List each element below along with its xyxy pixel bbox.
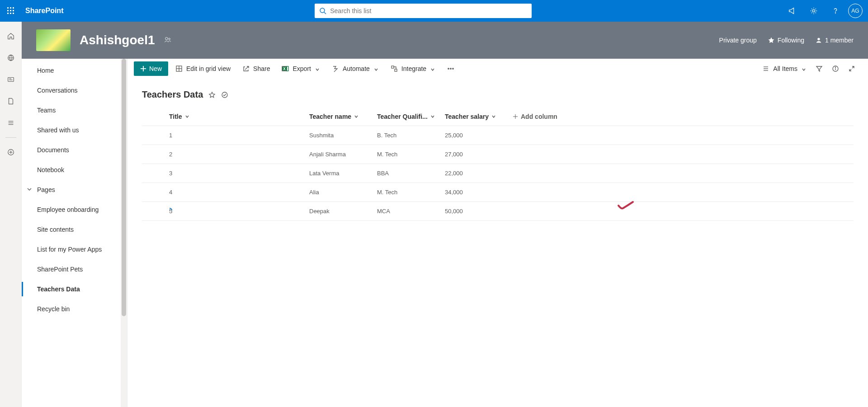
sidebar-scrollbar-track[interactable] bbox=[121, 59, 127, 407]
list-icon bbox=[7, 119, 15, 127]
search-box[interactable] bbox=[315, 4, 532, 18]
table-row[interactable]: 4AliaM. Tech34,000 bbox=[142, 183, 854, 202]
nav-item-recycle-bin[interactable]: Recycle bin bbox=[22, 299, 127, 319]
column-header-teacher-name[interactable]: Teacher name bbox=[309, 113, 377, 120]
avatar[interactable]: AG bbox=[848, 4, 863, 18]
svg-rect-32 bbox=[287, 66, 288, 71]
list-title: Teachers Data bbox=[142, 89, 203, 100]
nav-item-site-contents[interactable]: Site contents bbox=[22, 220, 127, 239]
expand-button[interactable] bbox=[844, 61, 859, 76]
chevron-down-icon bbox=[430, 114, 435, 119]
column-header-title[interactable]: Title bbox=[169, 113, 309, 120]
edit-grid-button[interactable]: Edit in grid view bbox=[171, 61, 235, 76]
app-bar bbox=[0, 22, 22, 407]
integrate-icon bbox=[391, 65, 398, 72]
teams-link[interactable] bbox=[164, 36, 172, 45]
app-bar-global[interactable] bbox=[2, 49, 20, 67]
cell-teacher-salary: 34,000 bbox=[445, 189, 513, 196]
column-header-teacher-qual[interactable]: Teacher Qualifi... bbox=[377, 113, 445, 120]
table-row[interactable]: 2Anjali SharmaM. Tech27,000 bbox=[142, 145, 854, 164]
nav-item-list-for-my-power-apps[interactable]: List for my Power Apps bbox=[22, 239, 127, 259]
home-icon bbox=[7, 32, 15, 40]
svg-point-9 bbox=[320, 8, 325, 13]
nav-item-label: Documents bbox=[37, 146, 69, 154]
cell-title: 2 bbox=[169, 151, 309, 158]
nav-item-documents[interactable]: Documents bbox=[22, 140, 127, 160]
list-title-row: Teachers Data bbox=[127, 79, 868, 107]
add-column-button[interactable]: Add column bbox=[513, 113, 580, 120]
cell-teacher-qual: MCA bbox=[377, 208, 445, 215]
nav-item-home[interactable]: Home bbox=[22, 61, 127, 80]
svg-rect-33 bbox=[392, 66, 394, 68]
globe-icon bbox=[7, 54, 15, 62]
settings-button[interactable] bbox=[805, 2, 823, 20]
chevron-down-icon bbox=[26, 186, 33, 193]
nav-item-teams[interactable]: Teams bbox=[22, 100, 127, 120]
nav-item-teachers-data[interactable]: Teachers Data bbox=[22, 279, 127, 299]
new-button[interactable]: New bbox=[134, 61, 168, 76]
svg-rect-6 bbox=[7, 13, 9, 14]
svg-point-44 bbox=[222, 92, 227, 98]
table-row[interactable]: 3Lata VermaBBA22,000 bbox=[142, 164, 854, 183]
app-launcher-button[interactable] bbox=[0, 0, 22, 22]
star-icon bbox=[768, 37, 775, 44]
view-selector[interactable]: All Items bbox=[759, 61, 810, 76]
members-button[interactable]: 1 member bbox=[815, 37, 854, 44]
nav-item-employee-onboarding[interactable]: Employee onboarding bbox=[22, 200, 127, 220]
cell-title: 1 bbox=[169, 132, 309, 139]
chevron-down-icon bbox=[430, 67, 435, 72]
app-bar-files[interactable] bbox=[2, 92, 20, 110]
app-name[interactable]: SharePoint bbox=[25, 7, 63, 15]
cell-teacher-qual: M. Tech bbox=[377, 151, 445, 158]
nav-item-pages[interactable]: Pages bbox=[22, 180, 127, 200]
svg-point-25 bbox=[818, 38, 820, 40]
info-button[interactable] bbox=[828, 61, 843, 76]
nav-item-label: Site contents bbox=[37, 226, 74, 233]
flow-icon bbox=[332, 65, 339, 72]
person-icon bbox=[815, 37, 822, 44]
cell-teacher-salary: 25,000 bbox=[445, 132, 513, 139]
following-button[interactable]: Following bbox=[768, 37, 804, 44]
sidebar-scrollbar-thumb[interactable] bbox=[122, 59, 126, 316]
chevron-down-icon bbox=[354, 114, 359, 119]
app-bar-create[interactable] bbox=[2, 143, 20, 161]
cell-teacher-name: Lata Verma bbox=[309, 170, 377, 177]
svg-rect-14 bbox=[8, 78, 14, 82]
site-title[interactable]: Ashishgoel1 bbox=[80, 33, 155, 47]
automate-button[interactable]: Automate bbox=[327, 61, 383, 76]
grid-icon bbox=[175, 65, 183, 72]
site-logo[interactable] bbox=[36, 29, 71, 51]
app-bar-news[interactable] bbox=[2, 70, 20, 89]
integrate-button[interactable]: Integrate bbox=[386, 61, 440, 76]
nav-item-conversations[interactable]: Conversations bbox=[22, 80, 127, 100]
filter-icon bbox=[816, 65, 823, 72]
table-row[interactable]: 1SushmitaB. Tech25,000 bbox=[142, 126, 854, 145]
nav-item-sharepoint-pets[interactable]: SharePoint Pets bbox=[22, 259, 127, 279]
app-bar-lists[interactable] bbox=[2, 114, 20, 132]
chevron-down-icon bbox=[802, 67, 806, 72]
favorite-star-icon[interactable] bbox=[208, 91, 216, 98]
nav-item-notebook[interactable]: Notebook bbox=[22, 160, 127, 180]
svg-rect-7 bbox=[10, 13, 11, 14]
nav-item-label: Pages bbox=[37, 186, 55, 193]
more-button[interactable] bbox=[443, 61, 459, 76]
cell-teacher-name: Anjali Sharma bbox=[309, 151, 377, 158]
nav-item-label: Notebook bbox=[37, 166, 64, 173]
command-bar: New Edit in grid view Share Export Autom… bbox=[127, 59, 868, 79]
export-button[interactable]: Export bbox=[277, 61, 324, 76]
search-input[interactable] bbox=[330, 7, 527, 14]
help-button[interactable] bbox=[826, 2, 844, 20]
megaphone-button[interactable] bbox=[783, 2, 801, 20]
svg-point-11 bbox=[812, 9, 815, 12]
nav-item-label: Teams bbox=[37, 107, 56, 114]
app-bar-home[interactable] bbox=[2, 27, 20, 45]
nav-item-shared-with-us[interactable]: Shared with us bbox=[22, 120, 127, 140]
nav-item-label: Shared with us bbox=[37, 126, 79, 134]
svg-rect-1 bbox=[10, 7, 11, 9]
cell-teacher-name: Alia bbox=[309, 189, 377, 196]
filter-button[interactable] bbox=[812, 61, 826, 76]
share-button[interactable]: Share bbox=[238, 61, 274, 76]
table-row[interactable]: 5DeepakMCA50,000 bbox=[142, 202, 854, 221]
suite-bar: SharePoint AG bbox=[0, 0, 868, 22]
column-header-teacher-salary[interactable]: Teacher salary bbox=[445, 113, 513, 120]
